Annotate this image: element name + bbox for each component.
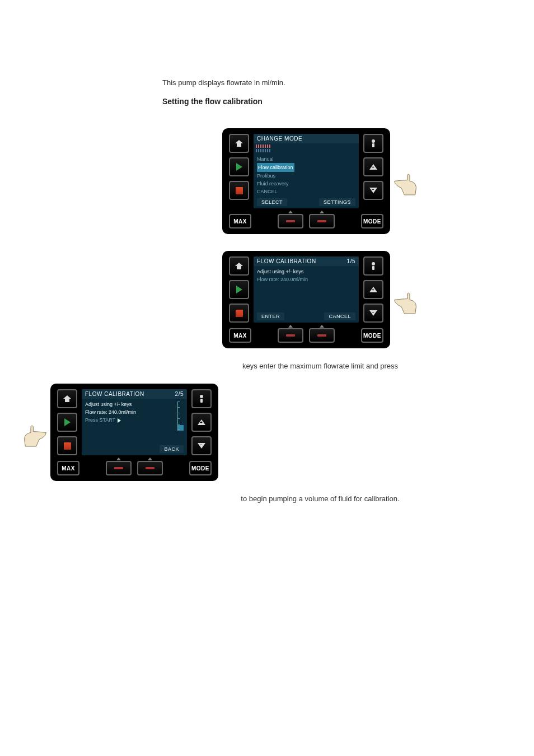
down-icon [369,310,377,316]
press-start-line: Press START [85,416,184,424]
down-button[interactable] [363,304,383,323]
menu-item: Fluid recovery [257,180,355,188]
lcd-screen: FLOW CALIBRATION 2/5 Adjust using +/- ke… [82,389,187,455]
instruction-line: Adjust using +/- keys [257,268,355,276]
pump-icon [256,144,270,152]
instruction-line: Adjust using +/- keys [85,400,184,408]
play-icon [236,286,242,293]
hand-pointer-icon [22,418,47,447]
hand-pointer-icon [394,285,418,315]
up-icon [369,287,377,292]
softkey-right: BACK [160,445,184,453]
menu-item: CANCEL [257,188,355,195]
home-icon [235,140,243,147]
pump-panel: FLOW CALIBRATION 2/5 Adjust using +/- ke… [50,384,218,481]
intro-text: This pump displays flowrate in ml/min. [162,78,478,87]
softkey-right: SETTINGS [319,198,355,206]
stop-button[interactable] [229,181,249,200]
down-icon [198,443,205,449]
stop-icon [236,310,243,317]
caption-keys-enter: keys enter the maximum flowrate limit an… [162,362,478,370]
menu-item-selected: Flow calibration [257,163,355,172]
up-button[interactable] [363,157,383,176]
info-button[interactable] [191,389,212,408]
home-button[interactable] [229,256,249,276]
stop-button[interactable] [229,304,249,323]
play-button[interactable] [229,280,249,299]
info-icon [198,395,205,403]
screen-title: FLOW CALIBRATION [85,391,144,397]
softkey-left: ENTER [257,312,284,320]
down-button[interactable] [363,181,383,200]
up-button[interactable] [191,413,212,432]
home-button[interactable] [229,134,249,153]
softkey-button-right[interactable] [309,214,335,228]
softkey-button-right[interactable] [137,461,163,475]
caption-begin-pump: to begin pumping a volume of fluid for c… [162,494,478,503]
info-icon [370,262,377,270]
stop-button[interactable] [57,436,77,455]
softkey-right: CANCEL [324,312,355,320]
softkey-button-left[interactable] [106,461,132,475]
pump-panel: FLOW CALIBRATION 1/5 Adjust using +/- ke… [222,251,390,348]
up-icon [369,164,377,170]
pump-panel: CHANGE MODE Manual Flow calibration Prof… [222,128,390,234]
max-button[interactable]: MAX [57,461,79,475]
info-button[interactable] [363,256,383,276]
play-button[interactable] [229,157,249,176]
menu-item: Profibus [257,172,355,180]
flowrate-line: Flow rate: 240.0ml/min [85,408,184,416]
max-button[interactable]: MAX [229,214,251,228]
softkey-button-left[interactable] [278,214,303,228]
mode-button[interactable]: MODE [189,461,212,475]
softkey-left: SELECT [257,198,287,206]
up-button[interactable] [363,280,383,299]
down-icon [369,188,377,193]
mode-button[interactable]: MODE [361,328,383,343]
lcd-screen: FLOW CALIBRATION 1/5 Adjust using +/- ke… [254,256,359,323]
info-icon [370,139,377,147]
softkey-button-left[interactable] [278,328,303,343]
screen-page: 1/5 [347,258,355,264]
figure-flowcal-1: FLOW CALIBRATION 1/5 Adjust using +/- ke… [162,251,478,348]
softkey-button-right[interactable] [309,328,335,343]
play-icon [64,418,71,426]
stop-icon [236,187,243,194]
down-button[interactable] [191,436,212,455]
screen-page: 2/5 [175,391,184,397]
play-small-icon [118,418,121,423]
screen-title: CHANGE MODE [257,136,302,142]
section-title: Setting the flow calibration [162,97,478,106]
figure-flowcal-2: FLOW CALIBRATION 2/5 Adjust using +/- ke… [22,384,478,481]
play-button[interactable] [57,413,77,432]
mode-button[interactable]: MODE [361,214,383,228]
screen-title: FLOW CALIBRATION [257,258,316,264]
menu-item: Manual [257,155,355,163]
flowrate-line: Flow rate: 240.0ml/min [257,276,355,283]
up-icon [198,419,205,425]
home-icon [63,395,71,402]
level-indicator-icon [177,402,184,431]
home-icon [235,263,243,269]
hand-pointer-icon [394,166,418,196]
menu-list: Manual Flow calibration Profibus Fluid r… [254,153,359,197]
max-button[interactable]: MAX [229,328,251,343]
play-icon [236,163,242,171]
stop-icon [64,442,71,450]
figure-change-mode: CHANGE MODE Manual Flow calibration Prof… [162,128,478,234]
lcd-screen: CHANGE MODE Manual Flow calibration Prof… [254,134,359,208]
home-button[interactable] [57,389,77,408]
info-button[interactable] [363,134,383,153]
